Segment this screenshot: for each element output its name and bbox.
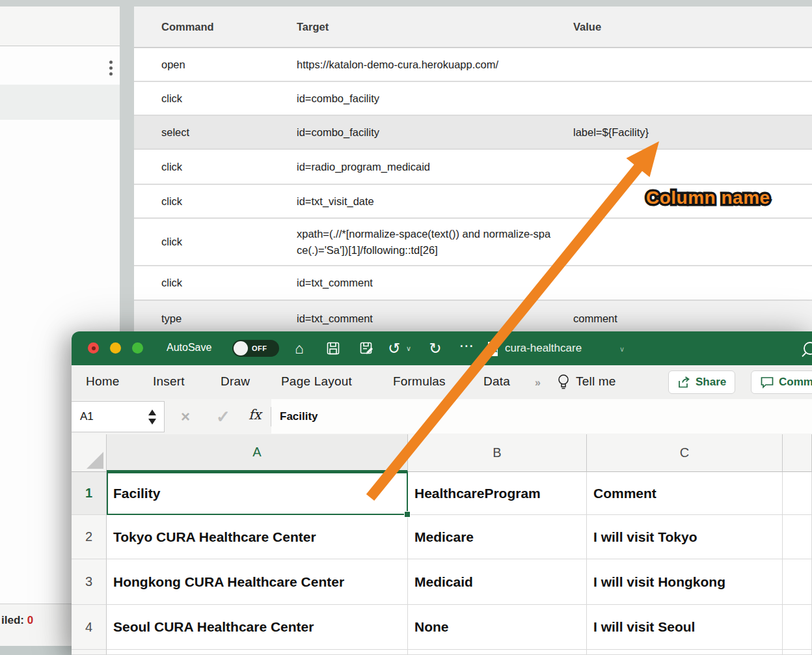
fill-handle[interactable]: [404, 511, 411, 518]
document-title-chevron-icon[interactable]: ∨: [619, 345, 625, 354]
home-icon[interactable]: ⌂: [290, 339, 308, 357]
save-icon[interactable]: [324, 339, 342, 357]
cell-a3[interactable]: Hongkong CURA Healthcare Center: [107, 559, 408, 605]
cell-a2[interactable]: Tokyo CURA Healthcare Center: [107, 515, 408, 559]
cell-c1[interactable]: Comment: [587, 472, 783, 515]
kebab-menu-icon[interactable]: [106, 61, 115, 76]
excel-window: AutoSave OFF ⌂ ↺ ∨ ↻ ⋯: [72, 331, 812, 655]
cell-d4[interactable]: [783, 605, 812, 650]
formula-bar: A1 × ✓ fx Facility: [72, 399, 812, 435]
column-header-c[interactable]: C: [587, 434, 783, 472]
document-title[interactable]: cura-healthcare: [505, 342, 582, 355]
toggle-knob: [234, 341, 248, 355]
cell-a5[interactable]: [107, 650, 408, 655]
tab-insert[interactable]: Insert: [153, 374, 185, 389]
select-all-corner[interactable]: [72, 434, 107, 472]
cell-c4[interactable]: I will visit Seoul: [587, 605, 783, 650]
tab-formulas[interactable]: Formulas: [393, 374, 446, 389]
share-icon: [677, 376, 691, 389]
cell-a1[interactable]: Facility: [107, 472, 408, 515]
cancel-entry-icon[interactable]: ×: [181, 408, 190, 426]
share-button[interactable]: Share: [668, 370, 735, 394]
search-icon[interactable]: [798, 341, 812, 357]
table-row[interactable]: click xpath=(.//*[normalize-space(text()…: [134, 219, 812, 266]
testcase-selected-item[interactable]: [0, 85, 120, 120]
table-row[interactable]: open https://katalon-demo-cura.herokuapp…: [134, 48, 812, 82]
col-header-target: Target: [297, 21, 573, 33]
failed-counter: iled: 0: [1, 614, 33, 627]
col-header-value: Value: [573, 21, 812, 33]
tell-me-label[interactable]: Tell me: [576, 374, 616, 389]
confirm-entry-icon[interactable]: ✓: [216, 407, 230, 427]
row-header-5[interactable]: [72, 650, 107, 655]
row-header-1[interactable]: 1: [72, 472, 107, 515]
window-top-strip: [0, 0, 812, 7]
tab-draw[interactable]: Draw: [221, 374, 250, 389]
zoom-button[interactable]: [132, 342, 143, 354]
table-row-selected[interactable]: select id=combo_facility label=${Facilit…: [134, 116, 812, 150]
row-header-4[interactable]: 4: [72, 605, 107, 650]
cell-d1[interactable]: [783, 472, 812, 515]
col-header-command: Command: [134, 21, 297, 33]
undo-icon[interactable]: ↺: [385, 339, 403, 357]
formula-value: Facility: [271, 410, 318, 423]
excel-titlebar[interactable]: AutoSave OFF ⌂ ↺ ∨ ↻ ⋯: [72, 331, 812, 365]
column-header-b[interactable]: B: [408, 434, 587, 472]
table-row[interactable]: click id=txt_comment: [134, 266, 812, 301]
tab-home[interactable]: Home: [86, 374, 119, 389]
table-row[interactable]: click id=radio_program_medicaid: [134, 150, 812, 185]
spreadsheet-grid: A B C 1 Facility HealthcareProgram Comme…: [72, 434, 812, 655]
lightbulb-icon: [556, 373, 571, 391]
name-box-value: A1: [72, 410, 148, 423]
cell-c5[interactable]: [587, 650, 783, 655]
cell-d5[interactable]: [783, 650, 812, 655]
annotation-label: Column name: [646, 188, 770, 208]
cell-b3[interactable]: Medicaid: [408, 559, 587, 605]
cell-a4[interactable]: Seoul CURA Healthcare Center: [107, 605, 408, 650]
failed-count: 0: [27, 614, 33, 626]
cell-c2[interactable]: I will visit Tokyo: [587, 515, 783, 559]
excel-doc-icon: xa: [485, 341, 499, 357]
cell-b2[interactable]: Medicare: [408, 515, 587, 559]
name-box-spinner[interactable]: [148, 410, 164, 425]
cell-b4[interactable]: None: [408, 605, 587, 650]
insert-function-icon[interactable]: fx: [249, 407, 262, 423]
cell-c3[interactable]: I will visit Hongkong: [587, 559, 783, 605]
screenshot-root: iled: 0 Command Target Value open https:…: [0, 0, 812, 655]
testcase-panel-header: [0, 7, 120, 46]
tab-data[interactable]: Data: [483, 374, 510, 389]
formula-input[interactable]: Facility: [271, 399, 812, 434]
comments-label: Comm: [779, 376, 812, 389]
svg-text:xa: xa: [489, 346, 498, 354]
column-header-a[interactable]: A: [107, 434, 408, 472]
tab-page-layout[interactable]: Page Layout: [281, 374, 352, 389]
more-commands-icon[interactable]: ⋯: [457, 337, 476, 355]
autosave-toggle[interactable]: OFF: [232, 340, 279, 357]
table-row[interactable]: click id=combo_facility: [134, 82, 812, 116]
row-header-3[interactable]: 3: [72, 559, 107, 605]
column-header-d[interactable]: [783, 434, 812, 472]
save-as-icon[interactable]: [358, 339, 376, 357]
close-button[interactable]: [88, 342, 99, 354]
cell-b1[interactable]: HealthcareProgram: [408, 472, 587, 515]
name-box[interactable]: A1: [72, 401, 165, 432]
excel-ribbon: Home Insert Draw Page Layout Formulas Da…: [72, 365, 812, 400]
undo-chevron-icon[interactable]: ∨: [406, 344, 411, 353]
cell-d2[interactable]: [783, 515, 812, 559]
share-label: Share: [696, 376, 726, 389]
cell-d3[interactable]: [783, 559, 812, 605]
comments-button[interactable]: Comm: [751, 370, 812, 394]
autosave-label: AutoSave: [167, 342, 211, 354]
redo-icon[interactable]: ↻: [426, 339, 444, 357]
facility-variable-value: label=${Facility}: [573, 126, 812, 139]
minimize-button[interactable]: [110, 342, 121, 354]
toggle-state-label: OFF: [252, 344, 267, 352]
ribbon-overflow-icon[interactable]: »: [535, 377, 539, 389]
cell-b5[interactable]: [408, 650, 587, 655]
comment-icon: [760, 376, 774, 389]
row-header-2[interactable]: 2: [72, 515, 107, 559]
command-table-header: Command Target Value: [134, 7, 812, 48]
